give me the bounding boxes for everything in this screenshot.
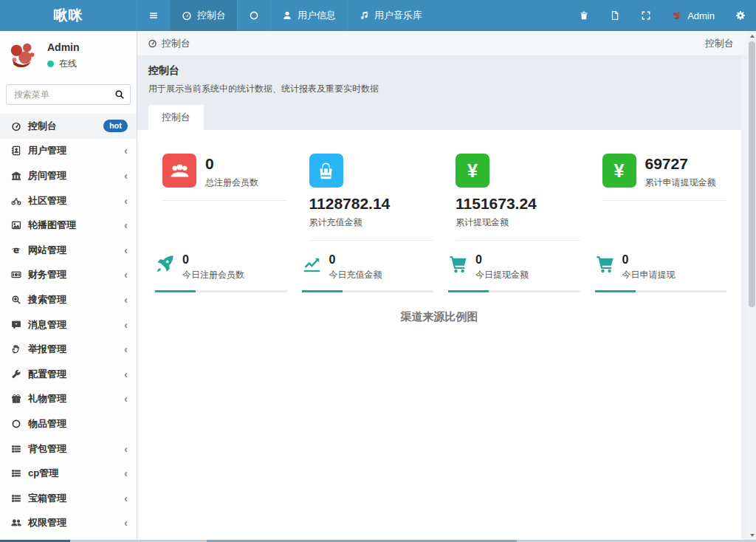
sidebar-item-配置管理[interactable]: 配置管理‹: [0, 362, 137, 387]
comment-icon: [11, 320, 21, 330]
brand-logo[interactable]: 啾咪: [0, 0, 137, 31]
sidebar-item-宝箱管理[interactable]: 宝箱管理‹: [0, 486, 137, 511]
sidebar-item-消息管理[interactable]: 消息管理‹: [0, 312, 137, 337]
tab-bar: 控制台: [148, 105, 730, 130]
top-navbar: 啾咪 控制台用户信息用户音乐库 Admin: [0, 0, 756, 31]
nav-item-cache-file[interactable]: [599, 0, 630, 31]
sidebar-item-label: 搜索管理: [28, 293, 124, 306]
today-stat: 0今日注册会员数: [152, 254, 287, 292]
badge-hot: hot: [103, 120, 128, 132]
stat-label: 累计充值金额: [309, 216, 434, 229]
circle-o-icon: [249, 10, 259, 21]
chevron-left-icon: ‹: [124, 394, 128, 404]
stat-card: 0总注册会员数: [152, 145, 287, 241]
sidebar-item-label: 配置管理: [28, 368, 124, 381]
scrollbar-thumb[interactable]: [749, 41, 755, 307]
trash-icon: [579, 10, 589, 21]
user-icon: [282, 10, 292, 21]
sidebar-item-用户管理[interactable]: 用户管理‹: [0, 139, 137, 164]
sidebar-item-财务管理[interactable]: 财务管理‹: [0, 263, 137, 288]
sidebar-item-物品管理[interactable]: 物品管理: [0, 411, 137, 436]
user-status[interactable]: 在线: [47, 58, 80, 70]
chevron-left-icon: ‹: [124, 518, 128, 528]
nav-item-label: 控制台: [197, 9, 226, 22]
nav-username: Admin: [687, 10, 715, 21]
wrench-icon: [11, 369, 21, 380]
sidebar-item-label: 网站管理: [28, 244, 124, 257]
sidebar-item-权限管理[interactable]: 权限管理‹: [0, 511, 137, 536]
chevron-left-icon: ‹: [124, 493, 128, 504]
users-group-icon: [162, 154, 196, 188]
avatar[interactable]: [6, 38, 40, 72]
divider: [602, 200, 727, 201]
nav-item-label: 用户信息: [298, 9, 336, 22]
chevron-left-icon: ‹: [124, 344, 128, 354]
nav-item-settings[interactable]: [725, 0, 756, 31]
scroll-down-button[interactable]: [748, 530, 756, 540]
nav-item-user-info[interactable]: 用户信息: [270, 0, 347, 31]
sidebar-item-label: 用户管理: [28, 144, 124, 157]
today-stat-value: 0: [329, 254, 382, 266]
page-description: 用于展示当前系统中的统计数据、统计报表及重要实时数据: [148, 83, 730, 95]
stat-card: ¥1151673.24累计提现金额: [445, 145, 580, 241]
sidebar-item-房间管理[interactable]: 房间管理‹: [0, 163, 137, 188]
page-title: 控制台: [148, 64, 730, 78]
stat-value: 1151673.24: [456, 195, 580, 212]
breadcrumb[interactable]: 控制台: [148, 37, 190, 50]
nav-item-trash[interactable]: [568, 0, 599, 31]
today-stat-label: 今日申请提现: [622, 269, 676, 281]
sidebar-item-社区管理[interactable]: 社区管理‹: [0, 188, 137, 213]
today-stat-label: 今日提现金额: [475, 269, 529, 281]
stat-label: 累计提现金额: [456, 216, 580, 229]
sidebar-item-控制台[interactable]: 控制台hot: [0, 114, 137, 139]
menu-icon: [148, 10, 159, 21]
chevron-left-icon: ‹: [124, 369, 128, 380]
scroll-up-button[interactable]: [748, 31, 756, 41]
sidebar-item-cp管理[interactable]: cp管理‹: [0, 461, 137, 486]
sidebar-item-搜索管理[interactable]: 搜索管理‹: [0, 287, 137, 312]
chevron-left-icon: ‹: [124, 270, 128, 280]
today-stat-value: 0: [182, 254, 244, 266]
nav-item-fullscreen[interactable]: [630, 0, 662, 31]
nav-item-user-music-library[interactable]: 用户音乐库: [347, 0, 433, 31]
gears-icon: [735, 10, 746, 21]
chart-title: 渠道来源比例图: [152, 310, 726, 324]
browser-e-icon: e: [11, 245, 21, 255]
progress-bar: [595, 290, 727, 292]
stat-value: 0: [205, 155, 258, 172]
divider: [162, 200, 287, 201]
sidebar-item-label: 举报管理: [28, 343, 124, 356]
nav-item-console[interactable]: 控制台: [170, 0, 237, 31]
gift-icon: [11, 394, 21, 404]
sidebar-search: [6, 84, 131, 105]
nav-item-sidebar-toggle[interactable]: [137, 0, 170, 31]
sidebar-item-举报管理[interactable]: 举报管理‹: [0, 337, 137, 362]
stat-label: 累计申请提现金额: [645, 176, 716, 189]
sidebar-item-label: 房间管理: [28, 169, 124, 182]
divider: [309, 240, 434, 241]
chevron-left-icon: ‹: [124, 196, 128, 206]
image-icon: [11, 220, 21, 230]
sidebar-item-背包管理[interactable]: 背包管理‹: [0, 436, 137, 462]
bank-icon: [11, 171, 21, 181]
search-input[interactable]: [6, 84, 131, 105]
sidebar-item-网站管理[interactable]: e网站管理‹: [0, 238, 137, 263]
sidebar-menu: 控制台hot用户管理‹房间管理‹社区管理‹轮播图管理‹e网站管理‹财务管理‹搜索…: [0, 114, 137, 540]
search-icon[interactable]: [114, 89, 125, 100]
nav-item-user-menu[interactable]: Admin: [662, 0, 725, 31]
progress-bar: [448, 290, 580, 292]
svg-text:e: e: [13, 245, 19, 255]
list-icon: [11, 493, 21, 504]
sidebar-item-label: 物品管理: [28, 417, 128, 430]
content-area: 控制台 控制台 控制台 用于展示当前系统中的统计数据、统计报表及重要实时数据 控…: [137, 31, 756, 540]
vertical-scrollbar[interactable]: [748, 31, 756, 540]
sidebar-item-礼物管理[interactable]: 礼物管理‹: [0, 387, 137, 412]
nav-item-circle-link[interactable]: [237, 0, 270, 31]
tab-console[interactable]: 控制台: [148, 105, 204, 130]
sidebar-item-轮播图管理[interactable]: 轮播图管理‹: [0, 213, 137, 238]
stat-card: ¥69727累计申请提现金额: [592, 145, 727, 241]
music-icon: [359, 10, 369, 21]
stat-value: 1128782.14: [309, 195, 434, 212]
expand-icon: [641, 10, 651, 21]
online-dot-icon: [47, 61, 54, 67]
